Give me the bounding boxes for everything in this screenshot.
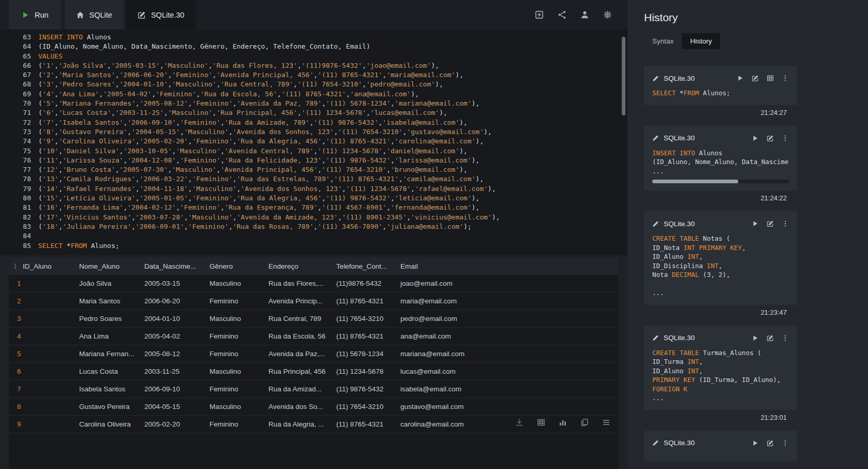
line-number: 83 xyxy=(0,222,38,231)
editor-scrollbar[interactable] xyxy=(622,37,625,115)
column-header[interactable]: Data_Nascime... xyxy=(136,258,201,275)
code-line[interactable]: 69('4','Ana Lima','2005-04-02','Feminino… xyxy=(0,90,627,99)
run-icon[interactable] xyxy=(752,439,759,447)
download-icon[interactable] xyxy=(515,418,523,427)
table-row[interactable]: 5Mariana Fernan...2005-08-12FemininoAven… xyxy=(9,345,619,363)
pencil-icon xyxy=(652,439,659,446)
edit-icon[interactable] xyxy=(767,439,774,447)
code-line[interactable]: 84 xyxy=(0,231,627,241)
grid-icon[interactable] xyxy=(767,75,774,82)
table-row[interactable]: 2Maria Santos2006-06-20FemininoAvenida P… xyxy=(9,292,619,310)
history-card-sql: INSERT INTO Alunos(ID_Aluno, Nome_Aluno,… xyxy=(652,149,789,176)
code-line[interactable]: 81('16','Fernanda Lima','2004-02-12','Fe… xyxy=(0,203,627,212)
code-line[interactable]: 71('6','Lucas Costa','2003-11-25','Mascu… xyxy=(0,108,627,118)
code-text: ('2','Maria Santos','2006-06-20','Femini… xyxy=(38,70,463,80)
line-number: 65 xyxy=(0,52,38,61)
history-card-scrollbar[interactable] xyxy=(652,180,789,183)
run-icon[interactable] xyxy=(752,334,759,342)
history-timestamp: 21:24:27 xyxy=(644,109,797,116)
sidebar-tab-syntax[interactable]: Syntax xyxy=(644,33,682,49)
code-line[interactable]: 72('7','Isabela Santos','2006-09-10','Fe… xyxy=(0,118,627,127)
menu-icon[interactable] xyxy=(602,418,610,427)
code-line[interactable]: 70('5','Mariana Fernandes','2005-08-12',… xyxy=(0,99,627,108)
kebab-icon[interactable] xyxy=(782,220,789,227)
table-cell: Carolina Oliveira xyxy=(71,416,136,433)
history-list: SQLite.30SELECT *FROM Alunos;21:24:27SQL… xyxy=(644,66,797,461)
results-table: ID_AlunoNome_AlunoData_Nascime...GêneroE… xyxy=(9,258,619,469)
code-line[interactable]: 78('13','Camila Rodrigues','2006-03-22',… xyxy=(0,174,627,184)
column-header[interactable]: Email xyxy=(392,258,619,275)
code-line[interactable]: 64(ID_Aluno, Nome_Aluno, Data_Nascimento… xyxy=(0,42,627,51)
edit-icon[interactable] xyxy=(752,75,759,82)
table-row[interactable]: 7Isabela Santos2006-09-10FemininoRua da … xyxy=(9,380,619,398)
table-cell: isabela@email.com xyxy=(392,380,619,398)
table-cell: 2006-06-20 xyxy=(136,292,201,310)
column-header[interactable]: Gênero xyxy=(201,258,260,275)
chart-icon[interactable] xyxy=(559,418,567,427)
topbar-actions xyxy=(535,0,627,30)
run-icon[interactable] xyxy=(737,75,744,82)
line-number: 76 xyxy=(0,156,38,165)
run-icon[interactable] xyxy=(752,135,759,142)
tab-sqlite-30[interactable]: SQLite.30 xyxy=(126,0,196,30)
new-file-icon[interactable] xyxy=(535,10,544,19)
run-button[interactable]: Run xyxy=(9,0,61,30)
kebab-icon[interactable] xyxy=(782,439,789,447)
code-line[interactable]: 80('15','Letícia Oliveira','2005-01-05',… xyxy=(0,194,627,203)
code-line[interactable]: 82('17','Vinícius Santos','2003-07-28','… xyxy=(0,213,627,222)
code-line[interactable]: 83('18','Juliana Pereira','2006-09-01','… xyxy=(0,222,627,231)
table-cell: Feminino xyxy=(201,380,260,398)
tab-sqlite[interactable]: SQLite xyxy=(65,0,124,30)
history-card: SQLite.30INSERT INTO Alunos(ID_Aluno, No… xyxy=(644,126,797,191)
table-row[interactable]: 6Lucas Costa2003-11-25MasculinoRua Princ… xyxy=(9,363,619,380)
code-text: ('10','Daniel Silva','2003-10-05','Mascu… xyxy=(38,146,468,156)
column-header[interactable]: Nome_Aluno xyxy=(71,258,136,275)
line-number: 74 xyxy=(0,137,38,146)
code-line[interactable]: 68('3','Pedro Soares','2004-01-10','Masc… xyxy=(0,80,627,89)
edit-icon[interactable] xyxy=(767,135,774,142)
code-line[interactable]: 73('8','Gustavo Pereira','2004-05-15','M… xyxy=(0,127,627,137)
table-cell: (11) 5678-1234 xyxy=(328,345,392,362)
code-text: ('3','Pedro Soares','2004-01-10','Mascul… xyxy=(38,80,443,89)
table-row[interactable]: 8Gustavo Pereira2004-05-15MasculinoAveni… xyxy=(9,398,619,416)
column-header[interactable]: Telefone_Cont... xyxy=(328,258,392,275)
history-timestamp: 21:23:01 xyxy=(644,414,797,421)
column-header-label: Telefone_Cont... xyxy=(336,262,387,270)
edit-icon[interactable] xyxy=(767,334,774,342)
user-icon[interactable] xyxy=(580,10,589,19)
code-line[interactable]: 77('12','Bruno Costa','2005-07-30','Masc… xyxy=(0,165,627,174)
table-cell: Masculino xyxy=(201,275,260,292)
table-row[interactable]: 3Pedro Soares2004-01-10MasculinoRua Cent… xyxy=(9,310,619,328)
code-line[interactable]: 65VALUES xyxy=(0,52,627,61)
copy-icon[interactable] xyxy=(580,418,589,427)
settings-icon[interactable] xyxy=(603,10,612,19)
code-editor[interactable]: 63INSERT INTO Alunos64(ID_Aluno, Nome_Al… xyxy=(0,30,627,255)
edit-icon[interactable] xyxy=(767,220,774,227)
code-line[interactable]: 85SELECT *FROM Alunos; xyxy=(0,241,627,251)
code-line[interactable]: 67('2','Maria Santos','2006-06-20','Femi… xyxy=(0,70,627,80)
sidebar-tabs: SyntaxHistory xyxy=(644,33,868,49)
table-icon[interactable] xyxy=(537,418,545,427)
code-line[interactable]: 66('1','João Silva','2005-03-15','Mascul… xyxy=(0,61,627,70)
column-header[interactable]: ID_Aluno xyxy=(9,258,71,275)
sidebar-tab-history[interactable]: History xyxy=(682,33,720,49)
table-cell: 9 xyxy=(9,416,71,433)
code-line[interactable]: 74('9','Carolina Oliveira','2005-02-20',… xyxy=(0,137,627,146)
share-icon[interactable] xyxy=(558,10,566,19)
table-cell: ana@email.com xyxy=(392,328,619,345)
scrollbar-thumb[interactable] xyxy=(652,180,738,183)
kebab-icon[interactable] xyxy=(782,75,789,82)
code-line[interactable]: 63INSERT INTO Alunos xyxy=(0,33,627,42)
kebab-icon[interactable] xyxy=(782,135,789,142)
kebab-icon[interactable] xyxy=(782,334,789,342)
table-row[interactable]: 1João Silva2005-03-15MasculinoRua das Fl… xyxy=(9,275,619,292)
code-line[interactable]: 76('11','Larissa Souza','2004-12-08','Fe… xyxy=(0,156,627,165)
column-header[interactable]: Endereço xyxy=(260,258,328,275)
column-menu-icon[interactable] xyxy=(12,263,19,270)
code-line[interactable]: 79('14','Rafael Fernandes','2004-11-18',… xyxy=(0,184,627,194)
table-cell: 4 xyxy=(9,328,71,345)
line-number: 85 xyxy=(0,241,38,251)
code-line[interactable]: 75('10','Daniel Silva','2003-10-05','Mas… xyxy=(0,146,627,156)
table-row[interactable]: 4Ana Lima2005-04-02FemininoRua da Escola… xyxy=(9,328,619,345)
run-icon[interactable] xyxy=(752,220,759,227)
